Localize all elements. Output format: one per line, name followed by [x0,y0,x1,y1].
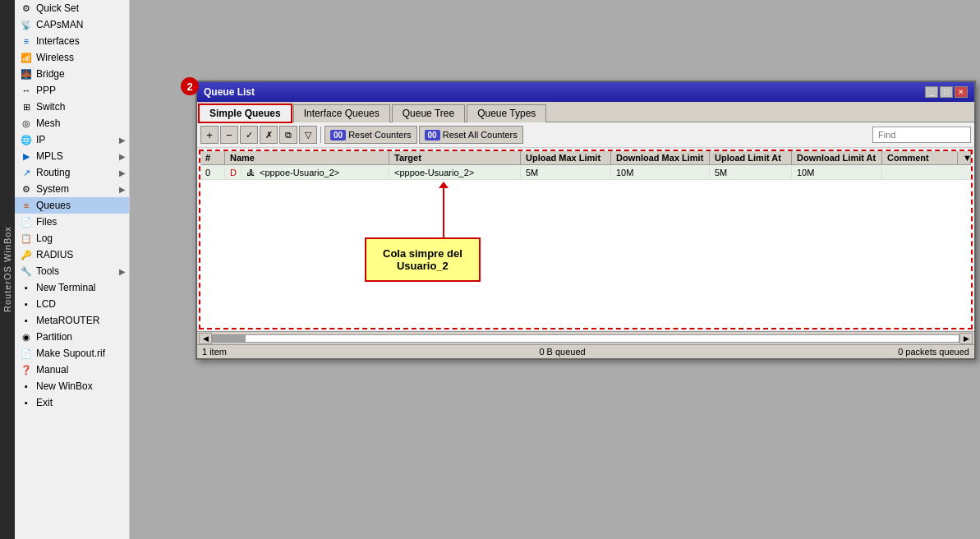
scroll-right-button[interactable]: ▶ [959,333,973,344]
col-header-num: # [200,151,225,164]
quick-set-icon: ⚙ [20,2,33,15]
annotation-tooltip: Cola simpre delUsuario_2 [365,237,481,282]
status-bar: 1 item 0 B queued 0 packets queued [197,344,974,358]
toolbar-separator [320,127,321,143]
supout-icon: 📄 [20,347,33,360]
sidebar-item-log[interactable]: 📋 Log [15,230,129,246]
metarouter-icon: ▪ [20,314,33,327]
reset-all-counters-label: Reset All Counters [443,130,518,140]
sidebar-item-partition[interactable]: ◉ Partition [15,329,129,345]
minimize-button[interactable]: _ [925,86,938,98]
cell-download-max: 10M [611,167,710,178]
tab-bar: Simple Queues Interface Queues Queue Tre… [197,102,974,122]
status-items: 1 item [202,347,227,357]
close-button[interactable]: ✕ [955,86,968,98]
sidebar-item-mpls[interactable]: ▶ MPLS ▶ [15,148,129,164]
routing-icon: ↗ [20,166,33,179]
sidebar-item-mesh[interactable]: ◎ Mesh [15,115,129,131]
col-sort-icon[interactable]: ▼ [958,151,971,164]
col-header-upload-max: Upload Max Limit [521,151,611,164]
col-header-comment: Comment [882,151,958,164]
tab-interface-queues[interactable]: Interface Queues [293,104,390,122]
maximize-button[interactable]: □ [940,86,953,98]
table-area: # Name Target Upload Max Limit Download … [199,150,973,329]
window-controls: _ □ ✕ [925,86,968,98]
tools-arrow: ▶ [119,267,126,276]
sidebar-item-tools[interactable]: 🔧 Tools ▶ [15,263,129,279]
sidebar-item-new-terminal[interactable]: ▪ New Terminal [15,279,129,296]
enable-button[interactable]: ✓ [240,126,258,144]
sidebar-item-metarouter[interactable]: ▪ MetaROUTER [15,312,129,329]
queues-icon: ≡ [20,199,33,212]
cell-flag: D [225,167,242,178]
disable-button[interactable]: ✗ [260,126,278,144]
ip-icon: 🌐 [20,133,33,146]
system-arrow: ▶ [119,185,126,194]
sidebar-item-ppp[interactable]: ↔ PPP [15,82,129,99]
sidebar-item-make-supout[interactable]: 📄 Make Supout.rif [15,345,129,362]
scroll-left-button[interactable]: ◀ [199,333,212,344]
sidebar-item-system[interactable]: ⚙ System ▶ [15,181,129,197]
interfaces-icon: ≡ [20,35,33,48]
sidebar: ⚙ Quick Set 📡 CAPsMAN ≡ Interfaces 📶 Wir… [15,0,130,539]
scroll-track[interactable] [212,334,959,343]
sidebar-item-queues[interactable]: ≡ Queues [15,197,129,214]
reset-counters-badge: 00 [330,130,346,141]
tools-icon: 🔧 [20,265,33,278]
ppp-icon: ↔ [20,84,33,97]
cell-target: <pppoe-Usuario_2> [389,167,521,178]
horizontal-scrollbar[interactable]: ◀ ▶ [197,331,974,344]
remove-button[interactable]: − [220,126,238,144]
routeros-label: RouterOS WinBox [0,0,15,539]
find-input[interactable] [872,127,971,143]
cell-name: <pppoe-Usuario_2> [255,167,389,178]
system-icon: ⚙ [20,182,33,196]
filter-button[interactable]: ▽ [299,126,317,144]
mpls-arrow: ▶ [119,152,126,161]
col-header-upload-at: Upload Limit At [710,151,792,164]
sidebar-item-bridge[interactable]: 🌉 Bridge [15,66,129,82]
sidebar-item-radius[interactable]: 🔑 RADIUS [15,246,129,263]
queue-list-window: Queue List _ □ ✕ Simple Queues Interface… [196,81,976,360]
sidebar-item-interfaces[interactable]: ≡ Interfaces [15,33,129,49]
reset-all-counters-button[interactable]: 00 Reset All Counters [419,126,523,144]
copy-button[interactable]: ⧉ [279,126,297,144]
lcd-icon: ▪ [20,297,33,311]
sidebar-item-manual[interactable]: ❓ Manual [15,362,129,378]
sidebar-item-capsman[interactable]: 📡 CAPsMAN [15,16,129,33]
tab-queue-types[interactable]: Queue Types [467,104,546,122]
reset-counters-button[interactable]: 00 Reset Counters [324,126,417,144]
cell-name-icon: 🖧 [242,167,255,178]
wireless-icon: 📶 [20,51,33,64]
manual-icon: ❓ [20,363,33,376]
sidebar-item-exit[interactable]: ▪ Exit [15,394,129,411]
tab-queue-tree[interactable]: Queue Tree [392,104,465,122]
reset-all-badge: 00 [425,130,440,141]
sidebar-item-new-winbox[interactable]: ▪ New WinBox [15,378,129,394]
toolbar: + − ✓ ✗ ⧉ ▽ 00 Reset Counters 0 [197,122,974,148]
sidebar-item-routing[interactable]: 1 ↗ Routing ▶ [15,164,129,181]
col-header-target: Target [389,151,521,164]
sidebar-item-wireless[interactable]: 📶 Wireless [15,49,129,66]
routing-arrow: ▶ [119,168,126,177]
status-queued-packets: 0 packets queued [898,347,969,357]
switch-icon: ⊞ [20,100,33,113]
new-winbox-icon: ▪ [20,380,33,393]
files-icon: 📄 [20,215,33,228]
sidebar-item-switch[interactable]: ⊞ Switch [15,99,129,115]
window-titlebar: Queue List _ □ ✕ [197,82,974,102]
reset-counters-label: Reset Counters [348,130,411,140]
radius-icon: 🔑 [20,248,33,261]
cell-upload-max: 5M [521,167,611,178]
capsman-icon: 📡 [20,18,33,31]
sidebar-item-lcd[interactable]: ▪ LCD [15,296,129,312]
scroll-thumb[interactable] [213,335,246,342]
sidebar-item-quick-set[interactable]: ⚙ Quick Set [15,0,129,16]
add-button[interactable]: + [200,126,219,144]
sidebar-item-files[interactable]: 📄 Files [15,214,129,230]
tab-simple-queues[interactable]: Simple Queues [199,104,292,122]
cell-download-at: 10M [792,167,882,178]
mesh-icon: ◎ [20,117,33,130]
table-row[interactable]: 0 D 🖧 <pppoe-Usuario_2> <pppoe-Usuario_2… [200,165,971,180]
sidebar-item-ip[interactable]: 🌐 IP ▶ [15,131,129,148]
